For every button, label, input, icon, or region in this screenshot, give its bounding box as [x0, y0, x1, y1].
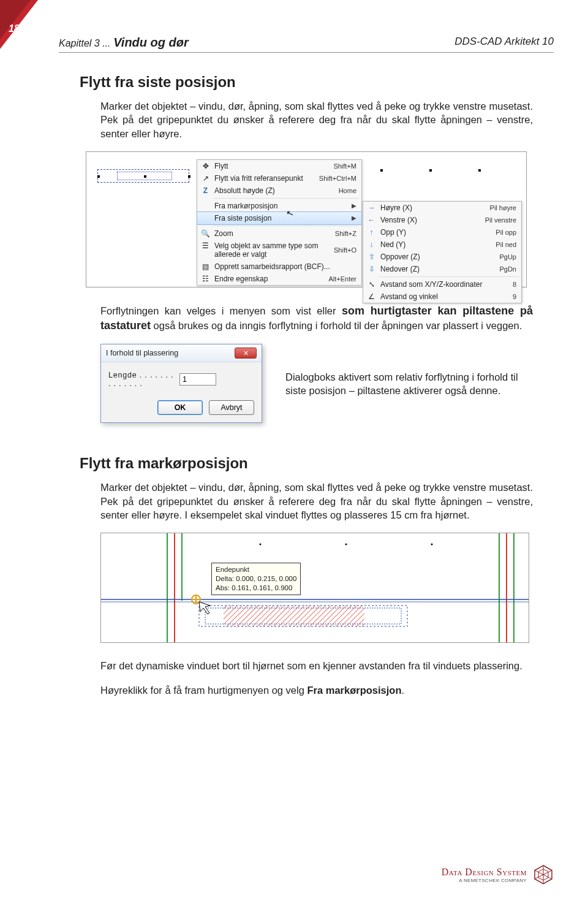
menu-label: Avstand og vinkel — [380, 292, 513, 301]
menu-label: Velg objekt av samme type som allerede e… — [214, 241, 334, 259]
chapter-label: Kapittel 3 ... — [59, 38, 111, 48]
menu-label: Absolutt høyde (Z) — [214, 186, 339, 195]
page-number: 18 — [9, 23, 20, 34]
menu-item-zoom[interactable]: 🔍 Zoom Shift+Z — [197, 227, 361, 240]
section1-p2: Forflytningen kan velges i menyen som vi… — [100, 303, 533, 333]
select-icon: ☰ — [201, 241, 210, 251]
menu-separator — [213, 226, 359, 226]
menu-label: Høyre (X) — [380, 203, 490, 212]
bcf-icon: ▤ — [201, 262, 210, 272]
menu-label: Flytt — [214, 162, 333, 170]
chevron-right-icon: ▶ — [352, 215, 356, 221]
length-input[interactable] — [179, 373, 216, 386]
text-run: Høyreklikk for å få fram hurtigmenyen og… — [100, 685, 307, 696]
menu-shortcut: Alt+Enter — [328, 275, 356, 283]
product-name: DDS-CAD Arkitekt 10 — [454, 36, 554, 50]
menu-separator — [379, 276, 519, 277]
menu-label: Fra siste posisjon — [214, 214, 348, 222]
menu-label: Opp (Y) — [380, 228, 496, 237]
xyz-icon: ⤡ — [367, 280, 376, 289]
menu-shortcut: 9 — [513, 293, 516, 300]
screenshot-drawing: Endepunkt Delta: 0.000, 0.215, 0.000 Abs… — [100, 533, 529, 643]
menu-item-absolutt-z[interactable]: Z Absolutt høyde (Z) Home — [197, 184, 361, 197]
menu-label: Ned (Y) — [380, 240, 496, 249]
dialog-i-forhold: I forhold til plassering ✕ Lengde . . . … — [100, 344, 262, 423]
menu-label: Oppover (Z) — [380, 253, 499, 261]
screenshot-context-menu: ✥ Flytt Shift+M ↗ Flytt via fritt refera… — [86, 151, 527, 287]
submenu-item-vinkel[interactable]: ∠ Avstand og vinkel 9 — [363, 291, 521, 303]
cancel-button[interactable]: Avbryt — [209, 400, 254, 415]
menu-item-flytt-ref[interactable]: ↗ Flytt via fritt referansepunkt Shift+C… — [197, 172, 361, 184]
submenu-item-oppover[interactable]: ⇧ Oppover (Z) PgUp — [363, 251, 521, 263]
menu-item-egenskap[interactable]: ☷ Endre egenskap Alt+Enter — [197, 273, 361, 285]
menu-separator — [213, 198, 359, 199]
menu-shortcut: Shift+O — [334, 246, 356, 254]
text-run: . — [402, 685, 405, 696]
text-run: Forflytningen kan velges i menyen som vi… — [100, 305, 342, 316]
submenu-item-ned[interactable]: ↓ Ned (Y) Pil ned — [363, 238, 521, 251]
menu-label: Flytt via fritt referansepunkt — [214, 174, 319, 183]
svg-point-17 — [260, 544, 262, 546]
close-button[interactable]: ✕ — [235, 348, 257, 359]
brand-sub: A NEMETSCHEK COMPANY — [442, 878, 527, 883]
section2-p2: Før det dynamiske vinduet bort til hjørn… — [100, 659, 533, 672]
menu-item-flytt[interactable]: ✥ Flytt Shift+M — [197, 160, 361, 172]
brand-logo-icon — [533, 864, 554, 885]
z-up-icon: ⇧ — [367, 253, 376, 262]
submenu-item-xyz[interactable]: ⤡ Avstand som X/Y/Z-koordinater 8 — [363, 278, 521, 291]
chevron-right-icon: ▶ — [352, 202, 356, 209]
arrow-up-icon: ↑ — [367, 228, 376, 237]
arrow-right-icon: → — [367, 203, 376, 213]
menu-shortcut: Shift+Ctrl+M — [319, 175, 356, 182]
menu-shortcut: PgDn — [499, 265, 516, 273]
menu-shortcut: 8 — [513, 281, 516, 288]
svg-point-18 — [345, 544, 347, 546]
page-corner — [0, 0, 49, 49]
menu-shortcut: Pil høyre — [490, 204, 516, 211]
submenu-item-venstre[interactable]: ← Venstre (X) Pil venstre — [363, 214, 521, 226]
menu-label: Avstand som X/Y/Z-koordinater — [380, 280, 513, 289]
footer: Data Design System A NEMETSCHEK COMPANY — [442, 864, 554, 885]
page-header: Kapittel 3 ... Vindu og dør DDS-CAD Arki… — [59, 36, 554, 53]
menu-label: Opprett samarbeidsrapport (BCF)... — [214, 262, 356, 271]
properties-icon: ☷ — [201, 275, 210, 284]
chapter-title: Vindu og dør — [113, 36, 189, 49]
section2-p3: Høyreklikk for å få fram hurtigmenyen og… — [100, 683, 533, 697]
z-down-icon: ⇩ — [367, 265, 376, 274]
text-run-bold: Fra markørposisjon — [307, 685, 401, 696]
context-menu[interactable]: ✥ Flytt Shift+M ↗ Flytt via fritt refera… — [197, 159, 362, 286]
submenu-item-hoyre[interactable]: → Høyre (X) Pil høyre — [363, 202, 521, 214]
menu-label: Endre egenskap — [214, 275, 328, 283]
move-ref-icon: ↗ — [201, 174, 210, 183]
section1-title: Flytt fra siste posisjon — [80, 74, 533, 91]
length-label: Lengde . . . . . . . . . . . . . . — [108, 371, 176, 388]
menu-item-velg-objekt[interactable]: ☰ Velg objekt av samme type som allerede… — [197, 240, 361, 260]
tooltip-line: Endepunkt — [216, 565, 296, 574]
menu-shortcut: Shift+M — [333, 162, 356, 170]
menu-shortcut: Home — [339, 187, 356, 194]
angle-icon: ∠ — [367, 292, 376, 302]
menu-item-fra-siste[interactable]: Fra siste posisjon ▶ — [197, 211, 362, 225]
arrow-down-icon: ↓ — [367, 240, 376, 249]
menu-shortcut: Shift+Z — [335, 230, 356, 237]
menu-shortcut: PgUp — [499, 253, 516, 260]
menu-label: Zoom — [214, 229, 335, 238]
submenu-item-opp[interactable]: ↑ Opp (Y) Pil opp — [363, 226, 521, 238]
tooltip-line: Delta: 0.000, 0.215, 0.000 — [216, 574, 296, 584]
context-submenu[interactable]: → Høyre (X) Pil høyre ← Venstre (X) Pil … — [363, 201, 522, 303]
svg-rect-11 — [224, 606, 364, 626]
menu-label: Venstre (X) — [380, 216, 485, 224]
menu-item-fra-markor[interactable]: Fra markørposisjon ▶ — [197, 200, 361, 212]
menu-shortcut: Pil ned — [496, 241, 516, 248]
dialog-title: I forhold til plassering — [106, 349, 178, 357]
menu-shortcut: Pil opp — [496, 229, 516, 236]
section2-title: Flytt fra markørposisjon — [80, 455, 533, 472]
ok-button[interactable]: OK — [157, 400, 203, 415]
arrow-left-icon: ← — [367, 216, 376, 225]
zoom-icon: 🔍 — [201, 229, 210, 238]
menu-item-bcf[interactable]: ▤ Opprett samarbeidsrapport (BCF)... — [197, 260, 361, 273]
submenu-item-nedover[interactable]: ⇩ Nedover (Z) PgDn — [363, 263, 521, 275]
svg-point-19 — [431, 544, 433, 546]
text-run: også brukes og da inngis forflytning i f… — [151, 320, 522, 331]
section2-p1: Marker det objektet – vindu, dør, åpning… — [100, 481, 533, 522]
